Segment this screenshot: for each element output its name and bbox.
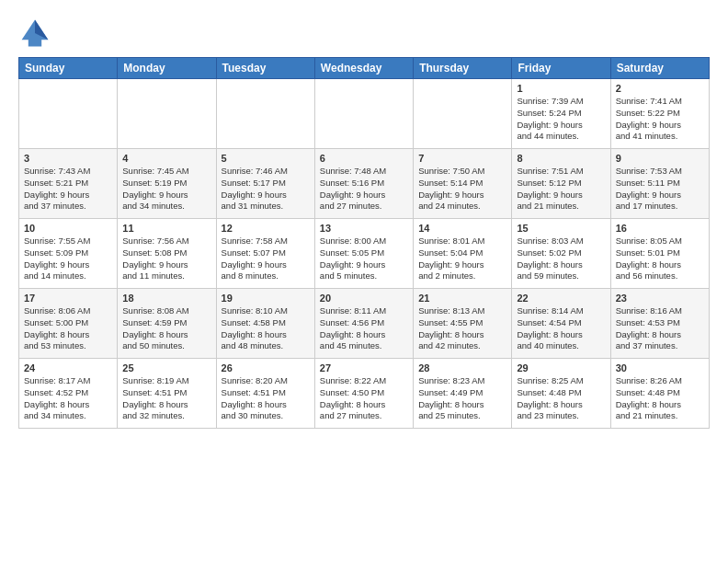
- week-row-3: 10Sunrise: 7:55 AM Sunset: 5:09 PM Dayli…: [19, 219, 710, 289]
- day-info: Sunrise: 8:19 AM Sunset: 4:51 PM Dayligh…: [122, 375, 210, 422]
- logo-icon: [18, 17, 51, 50]
- day-cell: 2Sunrise: 7:41 AM Sunset: 5:22 PM Daylig…: [610, 79, 709, 149]
- weekday-saturday: Saturday: [610, 58, 709, 79]
- header: [18, 17, 710, 50]
- day-info: Sunrise: 7:58 AM Sunset: 5:07 PM Dayligh…: [222, 236, 310, 282]
- weekday-sunday: Sunday: [19, 58, 118, 79]
- day-info: Sunrise: 8:22 AM Sunset: 4:50 PM Dayligh…: [320, 375, 408, 422]
- day-cell: [118, 79, 216, 149]
- day-number: 16: [616, 223, 704, 234]
- day-cell: [414, 79, 512, 149]
- day-number: 9: [616, 153, 704, 164]
- day-cell: 30Sunrise: 8:26 AM Sunset: 4:48 PM Dayli…: [610, 359, 709, 429]
- weekday-header-row: SundayMondayTuesdayWednesdayThursdayFrid…: [19, 58, 710, 79]
- day-info: Sunrise: 7:53 AM Sunset: 5:11 PM Dayligh…: [616, 166, 704, 213]
- day-cell: 20Sunrise: 8:11 AM Sunset: 4:56 PM Dayli…: [314, 289, 413, 359]
- page: SundayMondayTuesdayWednesdayThursdayFrid…: [0, 0, 728, 563]
- day-cell: 16Sunrise: 8:05 AM Sunset: 5:01 PM Dayli…: [610, 219, 709, 289]
- day-cell: 8Sunrise: 7:51 AM Sunset: 5:12 PM Daylig…: [512, 149, 610, 219]
- day-info: Sunrise: 8:11 AM Sunset: 4:56 PM Dayligh…: [320, 305, 408, 352]
- day-cell: 26Sunrise: 8:20 AM Sunset: 4:51 PM Dayli…: [216, 359, 314, 429]
- day-number: 29: [517, 362, 605, 373]
- week-row-5: 24Sunrise: 8:17 AM Sunset: 4:52 PM Dayli…: [19, 359, 710, 429]
- day-cell: 21Sunrise: 8:13 AM Sunset: 4:55 PM Dayli…: [414, 289, 512, 359]
- day-number: 4: [122, 153, 210, 164]
- day-info: Sunrise: 7:55 AM Sunset: 5:09 PM Dayligh…: [24, 236, 112, 282]
- day-cell: 4Sunrise: 7:45 AM Sunset: 5:19 PM Daylig…: [118, 149, 216, 219]
- day-info: Sunrise: 7:50 AM Sunset: 5:14 PM Dayligh…: [418, 166, 506, 213]
- day-number: 17: [24, 293, 112, 304]
- day-cell: [216, 79, 314, 149]
- day-cell: 17Sunrise: 8:06 AM Sunset: 5:00 PM Dayli…: [19, 289, 118, 359]
- day-number: 24: [24, 362, 112, 373]
- day-info: Sunrise: 8:23 AM Sunset: 4:49 PM Dayligh…: [418, 375, 506, 422]
- day-cell: 29Sunrise: 8:25 AM Sunset: 4:48 PM Dayli…: [512, 359, 610, 429]
- day-cell: 7Sunrise: 7:50 AM Sunset: 5:14 PM Daylig…: [414, 149, 512, 219]
- day-number: 2: [616, 83, 704, 94]
- week-row-1: 1Sunrise: 7:39 AM Sunset: 5:24 PM Daylig…: [19, 79, 710, 149]
- day-cell: 13Sunrise: 8:00 AM Sunset: 5:05 PM Dayli…: [314, 219, 413, 289]
- day-info: Sunrise: 8:10 AM Sunset: 4:58 PM Dayligh…: [222, 305, 310, 352]
- week-row-4: 17Sunrise: 8:06 AM Sunset: 5:00 PM Dayli…: [19, 289, 710, 359]
- day-cell: 23Sunrise: 8:16 AM Sunset: 4:53 PM Dayli…: [610, 289, 709, 359]
- day-info: Sunrise: 8:13 AM Sunset: 4:55 PM Dayligh…: [418, 305, 506, 352]
- weekday-tuesday: Tuesday: [216, 58, 314, 79]
- day-cell: 14Sunrise: 8:01 AM Sunset: 5:04 PM Dayli…: [414, 219, 512, 289]
- day-number: 28: [418, 362, 506, 373]
- day-number: 14: [418, 223, 506, 234]
- day-info: Sunrise: 8:01 AM Sunset: 5:04 PM Dayligh…: [418, 236, 506, 282]
- day-info: Sunrise: 8:06 AM Sunset: 5:00 PM Dayligh…: [24, 305, 112, 352]
- day-info: Sunrise: 8:20 AM Sunset: 4:51 PM Dayligh…: [222, 375, 310, 422]
- day-number: 11: [122, 223, 210, 234]
- day-info: Sunrise: 7:51 AM Sunset: 5:12 PM Dayligh…: [517, 166, 605, 213]
- day-number: 21: [418, 293, 506, 304]
- day-number: 12: [222, 223, 310, 234]
- week-row-2: 3Sunrise: 7:43 AM Sunset: 5:21 PM Daylig…: [19, 149, 710, 219]
- day-cell: 12Sunrise: 7:58 AM Sunset: 5:07 PM Dayli…: [216, 219, 314, 289]
- day-info: Sunrise: 7:39 AM Sunset: 5:24 PM Dayligh…: [517, 96, 605, 143]
- day-cell: [19, 79, 118, 149]
- day-cell: 5Sunrise: 7:46 AM Sunset: 5:17 PM Daylig…: [216, 149, 314, 219]
- day-info: Sunrise: 8:25 AM Sunset: 4:48 PM Dayligh…: [517, 375, 605, 422]
- day-number: 26: [222, 362, 310, 373]
- day-number: 19: [222, 293, 310, 304]
- day-cell: 6Sunrise: 7:48 AM Sunset: 5:16 PM Daylig…: [314, 149, 413, 219]
- day-cell: 11Sunrise: 7:56 AM Sunset: 5:08 PM Dayli…: [118, 219, 216, 289]
- day-info: Sunrise: 8:08 AM Sunset: 4:59 PM Dayligh…: [122, 305, 210, 352]
- day-info: Sunrise: 7:56 AM Sunset: 5:08 PM Dayligh…: [122, 236, 210, 282]
- day-cell: 10Sunrise: 7:55 AM Sunset: 5:09 PM Dayli…: [19, 219, 118, 289]
- day-cell: 22Sunrise: 8:14 AM Sunset: 4:54 PM Dayli…: [512, 289, 610, 359]
- day-cell: 9Sunrise: 7:53 AM Sunset: 5:11 PM Daylig…: [610, 149, 709, 219]
- weekday-wednesday: Wednesday: [314, 58, 413, 79]
- logo: [18, 17, 57, 50]
- weekday-thursday: Thursday: [414, 58, 512, 79]
- calendar-table: SundayMondayTuesdayWednesdayThursdayFrid…: [18, 57, 710, 429]
- day-info: Sunrise: 8:14 AM Sunset: 4:54 PM Dayligh…: [517, 305, 605, 352]
- day-cell: 28Sunrise: 8:23 AM Sunset: 4:49 PM Dayli…: [414, 359, 512, 429]
- day-info: Sunrise: 7:46 AM Sunset: 5:17 PM Dayligh…: [222, 166, 310, 213]
- day-number: 7: [418, 153, 506, 164]
- day-info: Sunrise: 8:00 AM Sunset: 5:05 PM Dayligh…: [320, 236, 408, 282]
- day-cell: 19Sunrise: 8:10 AM Sunset: 4:58 PM Dayli…: [216, 289, 314, 359]
- day-cell: 25Sunrise: 8:19 AM Sunset: 4:51 PM Dayli…: [118, 359, 216, 429]
- day-cell: 18Sunrise: 8:08 AM Sunset: 4:59 PM Dayli…: [118, 289, 216, 359]
- day-info: Sunrise: 7:43 AM Sunset: 5:21 PM Dayligh…: [24, 166, 112, 213]
- day-info: Sunrise: 7:48 AM Sunset: 5:16 PM Dayligh…: [320, 166, 408, 213]
- day-info: Sunrise: 8:05 AM Sunset: 5:01 PM Dayligh…: [616, 236, 704, 282]
- day-info: Sunrise: 7:45 AM Sunset: 5:19 PM Dayligh…: [122, 166, 210, 213]
- day-number: 13: [320, 223, 408, 234]
- day-cell: 15Sunrise: 8:03 AM Sunset: 5:02 PM Dayli…: [512, 219, 610, 289]
- day-info: Sunrise: 8:26 AM Sunset: 4:48 PM Dayligh…: [616, 375, 704, 422]
- day-info: Sunrise: 7:41 AM Sunset: 5:22 PM Dayligh…: [616, 96, 704, 143]
- day-number: 30: [616, 362, 704, 373]
- day-cell: 27Sunrise: 8:22 AM Sunset: 4:50 PM Dayli…: [314, 359, 413, 429]
- day-cell: 24Sunrise: 8:17 AM Sunset: 4:52 PM Dayli…: [19, 359, 118, 429]
- day-number: 10: [24, 223, 112, 234]
- day-info: Sunrise: 8:17 AM Sunset: 4:52 PM Dayligh…: [24, 375, 112, 422]
- weekday-friday: Friday: [512, 58, 610, 79]
- day-number: 8: [517, 153, 605, 164]
- day-number: 1: [517, 83, 605, 94]
- day-number: 18: [122, 293, 210, 304]
- day-info: Sunrise: 8:03 AM Sunset: 5:02 PM Dayligh…: [517, 236, 605, 282]
- day-number: 3: [24, 153, 112, 164]
